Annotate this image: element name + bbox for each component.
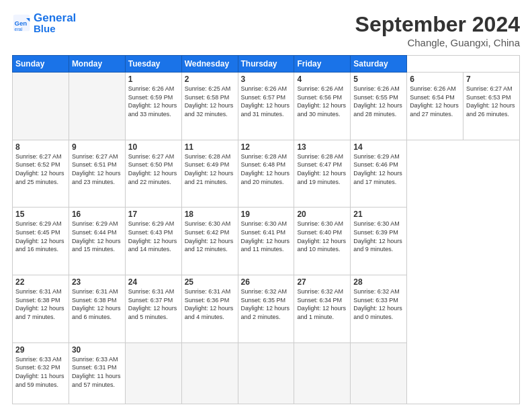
day-info: Sunrise: 6:30 AMSunset: 6:40 PMDaylight:… — [297, 220, 347, 253]
day-info: Sunrise: 6:26 AMSunset: 6:55 PMDaylight:… — [353, 85, 404, 118]
day-number: 18 — [185, 210, 235, 219]
calendar-cell: 26Sunrise: 6:32 AMSunset: 6:35 PMDayligh… — [238, 275, 294, 343]
day-info: Sunrise: 6:31 AMSunset: 6:37 PMDaylight:… — [128, 287, 179, 321]
calendar-cell: 3Sunrise: 6:26 AMSunset: 6:57 PMDaylight… — [238, 73, 294, 140]
calendar-cell — [181, 342, 238, 404]
day-info: Sunrise: 6:27 AMSunset: 6:51 PMDaylight:… — [72, 152, 122, 186]
calendar-cell: 6Sunrise: 6:26 AMSunset: 6:54 PMDaylight… — [407, 73, 463, 140]
day-number: 16 — [72, 210, 122, 219]
day-info: Sunrise: 6:26 AMSunset: 6:59 PMDaylight:… — [128, 85, 179, 118]
day-info: Sunrise: 6:29 AMSunset: 6:43 PMDaylight:… — [128, 220, 179, 253]
calendar-cell: 17Sunrise: 6:29 AMSunset: 6:43 PMDayligh… — [125, 208, 181, 275]
day-number: 22 — [15, 277, 66, 287]
weekday-header: Friday — [294, 56, 351, 73]
calendar-cell: 29Sunrise: 6:33 AMSunset: 6:32 PMDayligh… — [13, 342, 69, 404]
day-number: 24 — [128, 277, 179, 287]
calendar-cell: 19Sunrise: 6:30 AMSunset: 6:41 PMDayligh… — [238, 208, 294, 275]
day-info: Sunrise: 6:27 AMSunset: 6:53 PMDaylight:… — [466, 85, 517, 118]
day-number: 23 — [72, 277, 122, 287]
day-info: Sunrise: 6:29 AMSunset: 6:44 PMDaylight:… — [72, 220, 122, 253]
calendar-cell: 24Sunrise: 6:31 AMSunset: 6:37 PMDayligh… — [125, 275, 181, 343]
calendar-cell: 14Sunrise: 6:29 AMSunset: 6:46 PMDayligh… — [351, 140, 407, 208]
day-info: Sunrise: 6:28 AMSunset: 6:47 PMDaylight:… — [297, 152, 347, 186]
calendar-week-row: 15Sunrise: 6:29 AMSunset: 6:45 PMDayligh… — [13, 208, 520, 275]
calendar-cell: 20Sunrise: 6:30 AMSunset: 6:40 PMDayligh… — [294, 208, 351, 275]
day-info: Sunrise: 6:32 AMSunset: 6:35 PMDaylight:… — [241, 287, 292, 321]
day-number: 20 — [297, 210, 347, 219]
logo: Gen eral General Blue — [12, 12, 76, 34]
day-number: 25 — [185, 277, 235, 287]
title-block: September 2024 Changle, Guangxi, China — [355, 12, 520, 48]
calendar-cell: 18Sunrise: 6:30 AMSunset: 6:42 PMDayligh… — [181, 208, 238, 275]
calendar-cell: 28Sunrise: 6:32 AMSunset: 6:33 PMDayligh… — [351, 275, 407, 343]
calendar-cell — [69, 73, 125, 140]
day-number: 28 — [353, 277, 404, 287]
day-info: Sunrise: 6:31 AMSunset: 6:36 PMDaylight:… — [185, 287, 235, 321]
day-number: 14 — [353, 142, 404, 152]
day-number: 17 — [128, 210, 179, 219]
calendar-cell: 12Sunrise: 6:28 AMSunset: 6:48 PMDayligh… — [238, 140, 294, 208]
calendar-cell: 30Sunrise: 6:33 AMSunset: 6:31 PMDayligh… — [69, 342, 125, 404]
calendar-cell: 15Sunrise: 6:29 AMSunset: 6:45 PMDayligh… — [13, 208, 69, 275]
location: Changle, Guangxi, China — [355, 37, 520, 48]
day-number: 12 — [241, 142, 292, 152]
svg-text:Gen: Gen — [15, 19, 28, 27]
day-info: Sunrise: 6:32 AMSunset: 6:34 PMDaylight:… — [297, 287, 347, 321]
calendar-table: SundayMondayTuesdayWednesdayThursdayFrid… — [12, 55, 520, 404]
day-number: 8 — [15, 142, 66, 152]
day-info: Sunrise: 6:26 AMSunset: 6:54 PMDaylight:… — [410, 85, 460, 118]
weekday-header: Tuesday — [125, 56, 181, 73]
calendar-cell: 9Sunrise: 6:27 AMSunset: 6:51 PMDaylight… — [69, 140, 125, 208]
day-number: 9 — [72, 142, 122, 152]
calendar-week-row: 29Sunrise: 6:33 AMSunset: 6:32 PMDayligh… — [13, 342, 520, 404]
calendar-cell: 16Sunrise: 6:29 AMSunset: 6:44 PMDayligh… — [69, 208, 125, 275]
calendar-week-row: 1Sunrise: 6:26 AMSunset: 6:59 PMDaylight… — [13, 73, 520, 140]
calendar-cell: 21Sunrise: 6:30 AMSunset: 6:39 PMDayligh… — [351, 208, 407, 275]
day-info: Sunrise: 6:26 AMSunset: 6:56 PMDaylight:… — [297, 85, 347, 118]
day-info: Sunrise: 6:25 AMSunset: 6:58 PMDaylight:… — [185, 85, 235, 118]
day-info: Sunrise: 6:27 AMSunset: 6:50 PMDaylight:… — [128, 152, 179, 186]
calendar-cell — [238, 342, 294, 404]
day-info: Sunrise: 6:32 AMSunset: 6:33 PMDaylight:… — [353, 287, 404, 321]
page: Gen eral General Blue September 2024 Cha… — [0, 0, 532, 411]
day-info: Sunrise: 6:33 AMSunset: 6:32 PMDaylight:… — [15, 355, 66, 389]
day-info: Sunrise: 6:30 AMSunset: 6:42 PMDaylight:… — [185, 220, 235, 253]
calendar-cell: 2Sunrise: 6:25 AMSunset: 6:58 PMDaylight… — [181, 73, 238, 140]
logo-text: General Blue — [34, 12, 76, 34]
calendar-header-row: SundayMondayTuesdayWednesdayThursdayFrid… — [13, 56, 520, 73]
day-info: Sunrise: 6:27 AMSunset: 6:52 PMDaylight:… — [15, 152, 66, 186]
calendar-cell: 27Sunrise: 6:32 AMSunset: 6:34 PMDayligh… — [294, 275, 351, 343]
day-info: Sunrise: 6:26 AMSunset: 6:57 PMDaylight:… — [241, 85, 292, 118]
day-info: Sunrise: 6:29 AMSunset: 6:46 PMDaylight:… — [353, 152, 404, 186]
calendar-cell: 8Sunrise: 6:27 AMSunset: 6:52 PMDaylight… — [13, 140, 69, 208]
day-info: Sunrise: 6:29 AMSunset: 6:45 PMDaylight:… — [15, 220, 66, 253]
weekday-header: Saturday — [351, 56, 407, 73]
day-number: 15 — [15, 210, 66, 219]
day-info: Sunrise: 6:30 AMSunset: 6:39 PMDaylight:… — [353, 220, 404, 253]
day-number: 6 — [410, 75, 460, 84]
day-number: 5 — [353, 75, 404, 84]
calendar-cell: 10Sunrise: 6:27 AMSunset: 6:50 PMDayligh… — [125, 140, 181, 208]
day-info: Sunrise: 6:33 AMSunset: 6:31 PMDaylight:… — [72, 355, 122, 389]
day-info: Sunrise: 6:28 AMSunset: 6:49 PMDaylight:… — [185, 152, 235, 186]
day-number: 27 — [297, 277, 347, 287]
day-info: Sunrise: 6:31 AMSunset: 6:38 PMDaylight:… — [15, 287, 66, 321]
day-number: 13 — [297, 142, 347, 152]
calendar-cell — [13, 73, 69, 140]
calendar-week-row: 22Sunrise: 6:31 AMSunset: 6:38 PMDayligh… — [13, 275, 520, 343]
day-number: 19 — [241, 210, 292, 219]
day-number: 10 — [128, 142, 179, 152]
month-title: September 2024 — [355, 12, 520, 37]
calendar-cell: 7Sunrise: 6:27 AMSunset: 6:53 PMDaylight… — [463, 73, 520, 140]
calendar-cell — [294, 342, 351, 404]
day-number: 11 — [185, 142, 235, 152]
day-info: Sunrise: 6:28 AMSunset: 6:48 PMDaylight:… — [241, 152, 292, 186]
calendar-cell: 22Sunrise: 6:31 AMSunset: 6:38 PMDayligh… — [13, 275, 69, 343]
day-number: 21 — [353, 210, 404, 219]
day-number: 7 — [466, 75, 517, 84]
calendar-cell — [351, 342, 407, 404]
calendar-cell: 11Sunrise: 6:28 AMSunset: 6:49 PMDayligh… — [181, 140, 238, 208]
weekday-header: Sunday — [13, 56, 69, 73]
logo-icon: Gen eral — [12, 13, 31, 32]
day-number: 3 — [241, 75, 292, 84]
